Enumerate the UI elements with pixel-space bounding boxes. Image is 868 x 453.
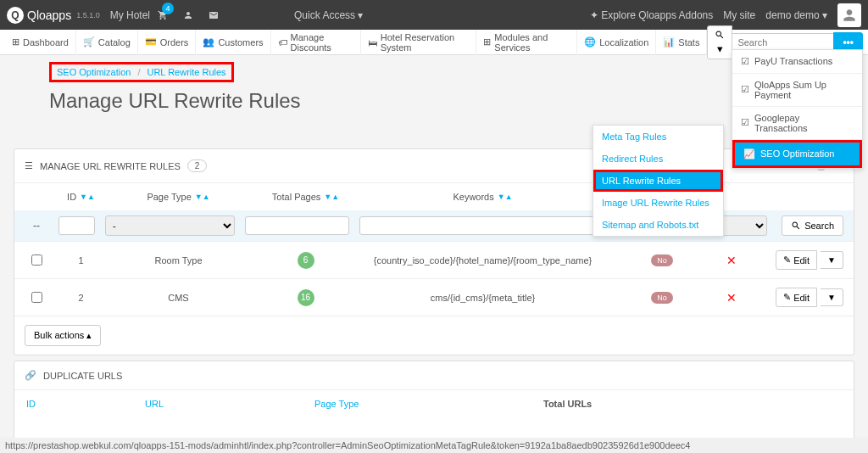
hotel-name[interactable]: My Hotel <box>110 9 150 21</box>
dup-col-url[interactable]: URL <box>145 399 314 409</box>
row-id: 2 <box>53 293 108 303</box>
search-dd-sumup[interactable]: ☑ QloApps Sum Up Payment <box>732 74 862 107</box>
edit-dropdown[interactable]: ▼ <box>821 251 843 269</box>
row-checkbox[interactable] <box>31 292 42 303</box>
delete-icon[interactable]: ✕ <box>726 291 737 305</box>
panel1-title: MANAGE URL REWRITE RULES <box>40 161 181 171</box>
row-checkbox[interactable] <box>31 254 42 266</box>
breadcrumb-parent[interactable]: SEO Optimization <box>57 67 131 77</box>
sort-keywords[interactable]: ▼▲ <box>498 193 513 201</box>
tab-url-rewrite[interactable]: URL Rewrite Rules <box>593 170 723 192</box>
row-keywords: {country_iso_code}/{hotel_name}/{room_ty… <box>363 255 603 266</box>
tab-redirect[interactable]: Redirect Rules <box>593 148 723 170</box>
link-icon: 🔗 <box>25 370 36 381</box>
search-dropdown: ☑ PayU Transactions ☑ QloApps Sum Up Pay… <box>732 49 863 169</box>
edit-button[interactable]: ✎ Edit <box>776 288 817 307</box>
nav-discounts[interactable]: 🏷 Manage Discounts <box>271 30 361 55</box>
col-pagetype[interactable]: Page Type <box>147 192 191 202</box>
logo-text: Qloapps <box>27 8 71 22</box>
breadcrumb: SEO Optimization / URL Rewrite Rules <box>49 62 234 82</box>
quick-access[interactable]: Quick Access ▾ <box>294 9 363 21</box>
col-keywords[interactable]: Keywords <box>453 192 493 202</box>
row-keywords: cms/{id_cms}/{meta_title} <box>363 293 603 303</box>
search-dd-gpay[interactable]: ☑ Googlepay Transactions <box>732 107 862 140</box>
list-icon: ☰ <box>25 160 33 171</box>
row-type: CMS <box>108 293 248 303</box>
filter-id[interactable] <box>58 216 95 235</box>
dup-col-total[interactable]: Total URLs <box>543 399 842 409</box>
search-type-button[interactable]: ▾ <box>707 25 732 59</box>
cart-badge: 4 <box>162 3 174 14</box>
nav-catalog[interactable]: 🛒 Catalog <box>76 30 138 55</box>
delete-icon[interactable]: ✕ <box>726 254 737 267</box>
edit-dropdown[interactable]: ▼ <box>821 288 843 306</box>
filter-reset[interactable]: -- <box>19 220 53 232</box>
tab-meta-tag[interactable]: Meta Tag Rules <box>593 126 723 148</box>
filter-totalpages[interactable] <box>245 216 349 235</box>
dup-col-id[interactable]: ID <box>26 399 145 409</box>
nav-orders[interactable]: 💳 Orders <box>138 30 197 55</box>
version-text: 1.5.1.0 <box>76 11 100 20</box>
logo-icon: Q <box>7 7 24 24</box>
search-dd-seo[interactable]: 📈 SEO Optimization <box>732 140 862 168</box>
col-id[interactable]: ID <box>67 192 76 202</box>
breadcrumb-current: URL Rewrite Rules <box>147 67 225 77</box>
panel1-count: 2 <box>187 159 208 172</box>
dup-col-pagetype[interactable]: Page Type <box>314 399 543 409</box>
nav-modules[interactable]: ⊞ Modules and Services <box>476 30 577 55</box>
row-id: 1 <box>53 255 108 266</box>
mail-icon[interactable] <box>201 0 226 30</box>
avatar[interactable] <box>837 3 861 27</box>
col-totalpages[interactable]: Total Pages <box>272 192 320 202</box>
filter-keywords[interactable] <box>359 216 615 235</box>
status-badge[interactable]: No <box>651 254 673 266</box>
user-name[interactable]: demo demo ▾ <box>765 9 827 21</box>
sort-totalpages[interactable]: ▼▲ <box>324 193 339 201</box>
status-badge[interactable]: No <box>651 292 673 304</box>
row-pages-badge: 16 <box>298 289 314 306</box>
tab-image-url[interactable]: Image URL Rewrite Rules <box>593 192 723 214</box>
nav-hotel[interactable]: 🛏 Hotel Reservation System <box>361 30 477 55</box>
row-type: Room Type <box>108 255 248 266</box>
sort-id[interactable]: ▼▲ <box>80 193 95 201</box>
row-pages-badge: 6 <box>298 252 314 269</box>
my-site-link[interactable]: My site <box>723 9 755 21</box>
edit-button[interactable]: ✎ Edit <box>776 250 817 270</box>
panel2-title: DUPLICATE URLS <box>43 371 122 381</box>
tab-dropdown: Meta Tag Rules Redirect Rules URL Rewrit… <box>593 125 724 237</box>
tab-sitemap[interactable]: Sitemap and Robots.txt <box>593 214 723 236</box>
sort-pagetype[interactable]: ▼▲ <box>195 193 210 201</box>
user-icon[interactable] <box>175 0 201 30</box>
search-button[interactable]: Search <box>782 215 843 236</box>
nav-stats[interactable]: 📊 Stats <box>656 30 707 55</box>
bulk-actions-button[interactable]: Bulk actions ▴ <box>25 325 101 346</box>
logo-area[interactable]: Q Qloapps 1.5.1.0 <box>7 7 100 24</box>
filter-pagetype[interactable]: - <box>105 215 235 236</box>
search-dd-payu[interactable]: ☑ PayU Transactions <box>732 50 862 74</box>
explore-addons[interactable]: ✦ Explore Qloapps Addons <box>590 9 713 21</box>
status-bar: https://prestashop.webkul.com/qloapps-15… <box>0 438 868 453</box>
nav-localization[interactable]: 🌐 Localization <box>577 30 656 55</box>
nav-customers[interactable]: 👥 Customers <box>196 30 270 55</box>
cart-icon[interactable]: 4 <box>150 0 175 30</box>
nav-dashboard[interactable]: ⊞ Dashboard <box>5 30 76 55</box>
